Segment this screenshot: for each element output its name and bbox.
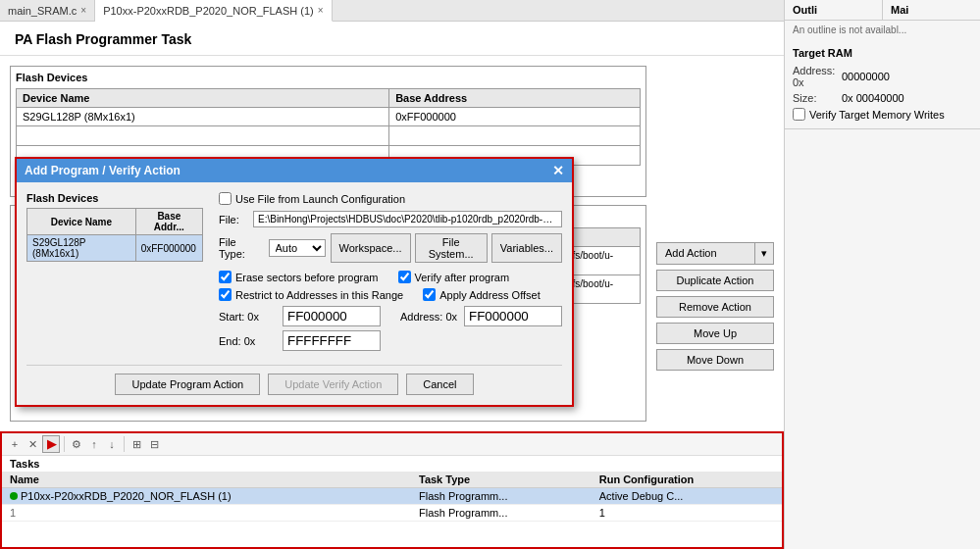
modal-titlebar: Add Program / Verify Action ✕ — [17, 159, 572, 182]
outline-text: An outline is not availabl... — [785, 21, 980, 39]
task-row-1[interactable]: P10xx-P20xxRDB_P2020_NOR_FLASH (1) Flash… — [2, 488, 782, 505]
target-ram-section: Target RAM Address: 0x 00000000 Size: 0x… — [785, 39, 980, 129]
tab-nor-flash-label: P10xx-P20xxRDB_P2020_NOR_FLASH (1) — [103, 5, 314, 17]
verify-checkbox[interactable] — [793, 108, 805, 121]
file-buttons: Workspace... File System... Variables... — [331, 233, 562, 263]
file-input[interactable] — [253, 211, 562, 227]
right-sidebar: Outli Mai An outline is not availabl... … — [784, 0, 980, 549]
base-address-1: 0xFF000000 — [389, 108, 641, 126]
task-1-name-cell: P10xx-P20xxRDB_P2020_NOR_FLASH (1) — [10, 490, 403, 502]
task-1-type: Flash Programm... — [411, 488, 592, 505]
right-actions-panel: Add Action ▾ Duplicate Action Remove Act… — [656, 66, 774, 422]
add-action-arrow-icon[interactable]: ▾ — [754, 243, 773, 264]
col-device-name: Device Name — [17, 89, 389, 108]
verify-after-option: Verify after program — [398, 271, 510, 283]
end-input[interactable] — [283, 330, 381, 351]
modal-title: Add Program / Verify Action — [25, 164, 181, 177]
apply-offset-checkbox[interactable] — [423, 288, 436, 301]
use-file-launch-row: Use File from Launch Configuration — [219, 192, 562, 205]
apply-offset-option: Apply Address Offset — [423, 288, 541, 301]
target-size-row: Size: 0x 00040000 — [793, 92, 972, 104]
move-up-button[interactable]: Move Up — [656, 323, 774, 344]
tool-icon-2[interactable]: ↑ — [86, 436, 102, 452]
verify-row: Verify Target Memory Writes — [793, 108, 972, 121]
option-row-2: Restrict to Addresses in this Range Appl… — [219, 288, 562, 301]
tasks-title: Tasks — [2, 456, 782, 472]
modal-dialog: Add Program / Verify Action ✕ Flash Devi… — [15, 157, 574, 407]
start-label: Start: 0x — [219, 311, 278, 323]
main-tab[interactable]: Mai — [883, 0, 980, 20]
outline-tab[interactable]: Outli — [785, 0, 883, 20]
tab-main-sram-close[interactable]: × — [80, 5, 86, 16]
flash-devices-table: Device Name Base Address S29GL128P (8Mx1… — [16, 88, 641, 166]
device-row-1[interactable]: S29GL128P (8Mx16x1) 0xFF000000 — [17, 108, 641, 126]
tab-main-sram-label: main_SRAM.c — [8, 5, 77, 17]
restrict-range-checkbox[interactable] — [219, 288, 232, 301]
device-name-1: S29GL128P (8Mx16x1) — [17, 108, 389, 126]
address-offset-row: Address: 0x — [400, 306, 562, 326]
file-type-select[interactable]: Auto Binary ELF — [269, 239, 326, 257]
erase-sectors-checkbox[interactable] — [219, 271, 232, 283]
restrict-range-option: Restrict to Addresses in this Range — [219, 288, 403, 301]
col-base-address: Base Address — [389, 89, 641, 108]
task-1-run-config: Active Debug C... — [592, 488, 782, 505]
file-row: File: — [219, 211, 562, 227]
bottom-tasks-panel: + ✕ ▶ ⚙ ↑ ↓ ⊞ ⊟ Tasks Name Task Type Run… — [0, 431, 784, 549]
tasks-col-run-config: Run Configuration — [592, 472, 782, 488]
update-program-button[interactable]: Update Program Action — [115, 374, 260, 395]
modal-device-name: S29GL128P (8Mx16x1) — [27, 235, 136, 262]
target-size-value: 0x 00040000 — [842, 92, 904, 104]
file-label: File: — [219, 214, 248, 225]
delete-task-icon[interactable]: ✕ — [25, 436, 40, 452]
target-address-row: Address: 0x 00000000 — [793, 65, 972, 88]
address-offset-input[interactable] — [464, 306, 562, 326]
page-title: PA Flash Programmer Task — [0, 22, 784, 56]
modal-device-row[interactable]: S29GL128P (8Mx16x1) 0xFF000000 — [27, 235, 203, 262]
add-action-button[interactable]: Add Action ▾ — [656, 242, 774, 265]
duplicate-action-button[interactable]: Duplicate Action — [656, 270, 774, 291]
modal-right-panel: Use File from Launch Configuration File:… — [219, 192, 562, 355]
verify-after-checkbox[interactable] — [398, 271, 411, 283]
modal-buttons: Update Program Action Update Verify Acti… — [26, 365, 562, 395]
end-label: End: 0x — [219, 335, 278, 347]
modal-close-button[interactable]: ✕ — [552, 163, 564, 178]
workspace-button[interactable]: Workspace... — [331, 233, 411, 263]
tab-nor-flash-close[interactable]: × — [318, 5, 324, 16]
file-type-label: File Type: — [219, 236, 264, 260]
tab-main-sram[interactable]: main_SRAM.c × — [0, 0, 95, 21]
tool-icon-1[interactable]: ⚙ — [69, 436, 84, 452]
address-offset-col: Address: 0x — [400, 306, 562, 355]
restrict-range-label: Restrict to Addresses in this Range — [235, 289, 403, 301]
cancel-button[interactable]: Cancel — [406, 374, 473, 395]
run-icon[interactable]: ▶ — [42, 435, 60, 453]
target-address-value: 00000000 — [842, 71, 890, 82]
tool-icon-3[interactable]: ↓ — [104, 436, 120, 452]
task-row-2[interactable]: 1 Flash Programm... 1 — [2, 505, 782, 522]
toolbar-separator-2 — [124, 436, 125, 452]
apply-offset-label: Apply Address Offset — [439, 289, 541, 301]
file-system-button[interactable]: File System... — [415, 233, 488, 263]
address-inputs: Start: 0x End: 0x Address: 0 — [219, 306, 562, 355]
end-row: End: 0x — [219, 330, 381, 351]
task-1-name: P10xx-P20xxRDB_P2020_NOR_FLASH (1) — [21, 490, 232, 502]
task-2-run-config: 1 — [592, 505, 782, 522]
modal-left-panel: Flash Devices Device Name Base Addr... S… — [26, 192, 209, 355]
tasks-col-type: Task Type — [411, 472, 592, 488]
tool-icon-4[interactable]: ⊞ — [129, 436, 144, 452]
verify-label: Verify Target Memory Writes — [809, 109, 945, 121]
update-verify-button[interactable]: Update Verify Action — [268, 374, 398, 395]
address-offset-label: Address: 0x — [400, 311, 459, 323]
start-input[interactable] — [283, 306, 381, 326]
remove-action-button[interactable]: Remove Action — [656, 296, 774, 318]
modal-options: Erase sectors before program Verify afte… — [219, 271, 562, 355]
modal-two-col: Flash Devices Device Name Base Addr... S… — [26, 192, 562, 355]
start-row: Start: 0x — [219, 306, 381, 326]
new-task-icon[interactable]: + — [7, 436, 23, 452]
variables-button[interactable]: Variables... — [491, 233, 562, 263]
move-down-button[interactable]: Move Down — [656, 349, 774, 371]
tool-icon-5[interactable]: ⊟ — [146, 436, 162, 452]
use-file-launch-checkbox[interactable] — [219, 192, 232, 205]
tab-nor-flash[interactable]: P10xx-P20xxRDB_P2020_NOR_FLASH (1) × — [95, 0, 332, 22]
task-1-status-dot — [10, 492, 18, 500]
modal-col-base-addr: Base Addr... — [135, 209, 202, 235]
